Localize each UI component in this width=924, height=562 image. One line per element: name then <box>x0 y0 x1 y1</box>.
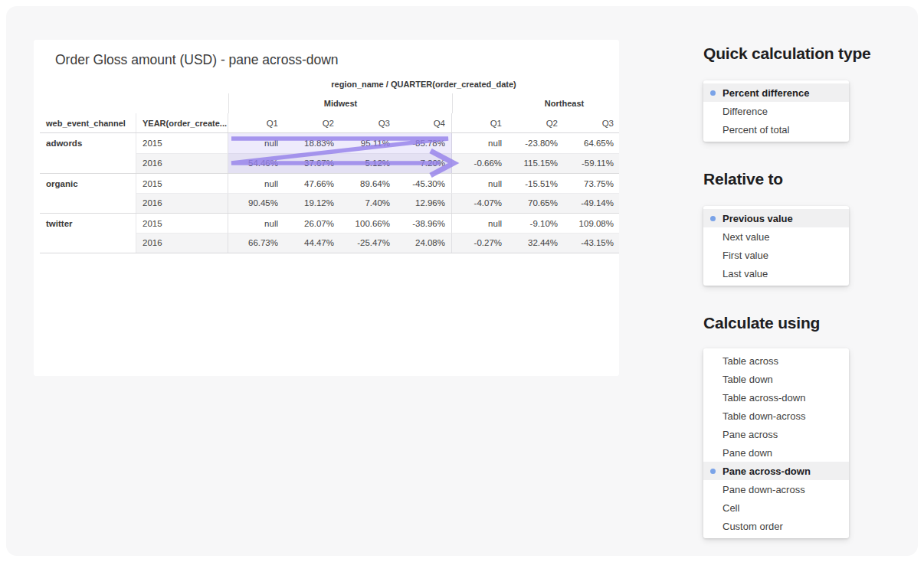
year-label[interactable]: 2016 <box>136 193 228 213</box>
selected-dot-icon <box>710 469 716 474</box>
menu-quick-calculation-type: Percent differenceDifferencePercent of t… <box>703 80 849 142</box>
value-cell[interactable]: 7.40% <box>340 193 396 213</box>
value-cell[interactable]: 54.46% <box>228 153 284 173</box>
row-field-header-year: YEAR(order_create... <box>136 113 228 132</box>
table-row: 201690.45%19.12%7.40%12.96%-4.07%70.65%-… <box>40 193 619 213</box>
value-cell[interactable]: 7.20% <box>396 153 452 173</box>
value-cell[interactable]: null <box>452 133 508 153</box>
menu-item-label: Table down-across <box>722 410 805 422</box>
year-label[interactable]: 2015 <box>136 174 228 193</box>
value-cell[interactable]: null <box>452 174 508 193</box>
column-field-header-row: region_name / QUARTER(order_created_date… <box>40 75 619 93</box>
menu-item-table-down[interactable]: Table down <box>703 370 849 388</box>
value-cell[interactable]: -25.47% <box>340 233 396 253</box>
value-cell[interactable]: -59.11% <box>564 153 619 173</box>
value-cell[interactable]: null <box>452 214 508 233</box>
channel-label[interactable]: twitter <box>40 214 136 233</box>
value-cell[interactable]: 64.65% <box>564 133 619 153</box>
menu-item-previous-value[interactable]: Previous value <box>703 209 849 227</box>
value-cell[interactable]: -15.51% <box>508 174 564 193</box>
menu-item-label: Cell <box>722 502 739 514</box>
value-cell[interactable]: 47.66% <box>284 174 340 193</box>
year-label[interactable]: 2016 <box>136 153 228 173</box>
column-header-row: web_event_channel YEAR(order_create... Q… <box>40 113 619 133</box>
menu-item-custom-order[interactable]: Custom order <box>703 517 849 535</box>
menu-item-label: Pane down-across <box>722 484 805 495</box>
table-row: 201666.73%44.47%-25.47%24.08%-0.27%32.44… <box>40 233 619 253</box>
value-cell[interactable]: -49.14% <box>564 193 619 213</box>
year-label[interactable]: 2015 <box>136 214 228 233</box>
value-cell[interactable]: null <box>228 214 284 233</box>
value-cell[interactable]: -38.96% <box>396 214 452 233</box>
value-cell[interactable]: 95.11% <box>340 133 396 153</box>
menu-item-percent-of-total[interactable]: Percent of total <box>703 120 849 139</box>
menu-item-percent-difference[interactable]: Percent difference <box>703 83 849 102</box>
menu-item-label: Percent difference <box>722 87 809 99</box>
value-cell[interactable]: 66.73% <box>228 233 284 253</box>
menu-item-difference[interactable]: Difference <box>703 102 849 120</box>
value-cell[interactable]: 18.83% <box>284 133 340 153</box>
value-cell[interactable]: -23.80% <box>508 133 564 153</box>
value-cell[interactable]: -4.07% <box>452 193 508 213</box>
value-cell[interactable]: -43.15% <box>564 233 619 253</box>
value-cell[interactable]: 12.96% <box>396 193 452 213</box>
value-cell[interactable]: 109.08% <box>564 214 619 233</box>
value-cell[interactable]: 115.15% <box>508 153 564 173</box>
value-cell[interactable]: -85.78% <box>396 133 452 153</box>
menu-item-label: First value <box>722 250 768 261</box>
channel-label[interactable] <box>40 193 136 213</box>
menu-item-label: Table down <box>722 374 773 385</box>
menu-item-next-value[interactable]: Next value <box>703 227 849 246</box>
value-cell[interactable]: null <box>228 174 284 193</box>
menu-item-label: Difference <box>722 106 768 117</box>
menu-item-label: Table across-down <box>722 392 805 404</box>
value-cell[interactable]: -45.30% <box>396 174 452 193</box>
menu-item-pane-down-across[interactable]: Pane down-across <box>703 480 849 498</box>
table-row: organic2015null47.66%89.64%-45.30%null-1… <box>40 173 619 193</box>
channel-label[interactable] <box>40 153 136 173</box>
menu-item-label: Next value <box>722 231 769 243</box>
value-cell[interactable]: 32.44% <box>508 233 564 253</box>
menu-item-cell[interactable]: Cell <box>703 498 849 517</box>
value-cell[interactable]: 24.08% <box>396 233 452 253</box>
table-row: adwords2015null18.83%95.11%-85.78%null-2… <box>40 133 619 153</box>
year-label[interactable]: 2015 <box>136 133 228 153</box>
menu-item-table-down-across[interactable]: Table down-across <box>703 407 849 425</box>
app-background-panel: Order Gloss amount (USD) - pane across-d… <box>6 6 918 556</box>
menu-item-pane-across[interactable]: Pane across <box>703 425 849 443</box>
channel-label[interactable]: adwords <box>40 133 136 153</box>
value-cell[interactable]: 26.07% <box>284 214 340 233</box>
value-cell[interactable]: -0.66% <box>452 153 508 173</box>
menu-item-table-across[interactable]: Table across <box>703 351 849 370</box>
quarter-column-header: Q3 <box>340 113 396 132</box>
value-cell[interactable]: 44.47% <box>284 233 340 253</box>
menu-item-label: Pane across-down <box>722 466 811 477</box>
value-cell[interactable]: 19.12% <box>284 193 340 213</box>
value-cell[interactable]: 70.65% <box>508 193 564 213</box>
value-cell[interactable]: -9.10% <box>508 214 564 233</box>
value-cell[interactable]: 100.66% <box>340 214 396 233</box>
menu-item-last-value[interactable]: Last value <box>703 264 849 283</box>
value-cell[interactable]: 5.12% <box>340 153 396 173</box>
table-row: 201654.46%37.67%5.12%7.20%-0.66%115.15%-… <box>40 153 619 173</box>
value-cell[interactable]: null <box>228 133 284 153</box>
value-cell[interactable]: 90.45% <box>228 193 284 213</box>
menu-item-first-value[interactable]: First value <box>703 246 849 264</box>
menu-item-table-across-down[interactable]: Table across-down <box>703 388 849 407</box>
pane-label: Midwest <box>228 93 452 113</box>
value-cell[interactable]: -0.27% <box>452 233 508 253</box>
channel-label[interactable]: organic <box>40 174 136 193</box>
crosstab: region_name / QUARTER(order_created_date… <box>40 75 619 254</box>
menu-item-pane-down[interactable]: Pane down <box>703 443 849 462</box>
menu-item-pane-across-down[interactable]: Pane across-down <box>703 462 849 480</box>
value-cell[interactable]: 73.75% <box>564 174 619 193</box>
channel-label[interactable] <box>40 233 136 253</box>
value-cell[interactable]: 37.67% <box>284 153 340 173</box>
menu-item-label: Percent of total <box>722 124 789 136</box>
year-label[interactable]: 2016 <box>136 233 228 253</box>
section-heading-calculate-using: Calculate using <box>703 314 924 332</box>
row-field-header-channel: web_event_channel <box>40 113 136 132</box>
value-cell[interactable]: 89.64% <box>340 174 396 193</box>
selected-dot-icon <box>710 90 716 96</box>
menu-item-label: Pane across <box>722 429 778 440</box>
